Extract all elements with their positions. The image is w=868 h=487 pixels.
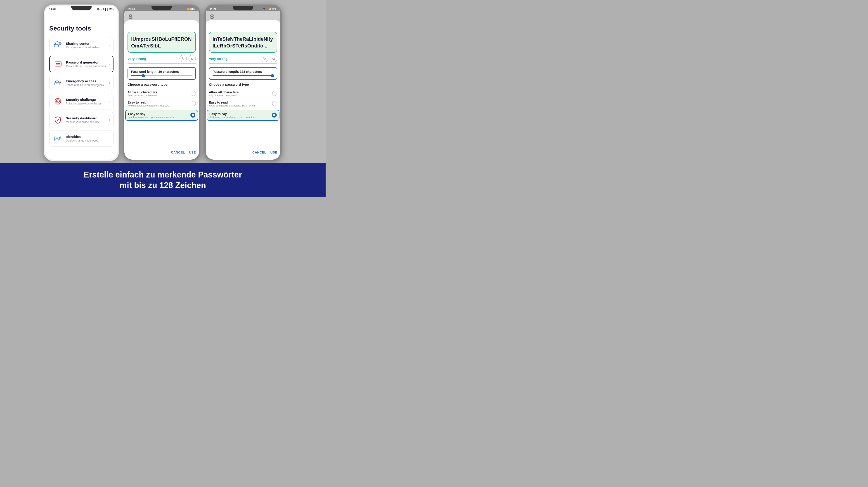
password-generator-title: Password generator (66, 60, 109, 64)
phone-3-slider-thumb[interactable] (271, 74, 274, 77)
phone-1-notch (71, 6, 92, 10)
phone-2-strength-label: Very strong (127, 57, 146, 61)
phone-3-easy-say-radio[interactable] (272, 113, 277, 118)
phone-3-modal-inner: Password length: 128 characters Choose a… (206, 64, 280, 122)
phone-2-slider-thumb[interactable] (142, 74, 145, 77)
phone-2-time: 22:46 (128, 8, 135, 10)
phone-3-easy-read-radio[interactable] (272, 101, 277, 106)
phone-3-allow-all-title: Allow all characters (209, 90, 239, 94)
phone-3-easy-say-sub: Just lowercase and uppercase characters (209, 116, 255, 119)
phone-2-strength-icons: ↻ ⧉ (180, 55, 196, 62)
svg-point-16 (56, 137, 58, 139)
phone-1-content: Security tools Sharing cen (45, 11, 118, 151)
phone-2-password-box: lUmprouSHBoLuFfIERONOmATerSibL (127, 32, 196, 53)
phone-2-easy-read-title: Easy to read (127, 101, 174, 104)
phone-3-allow-all-radio[interactable] (272, 91, 277, 96)
phone-3-copy-icon[interactable]: ⧉ (270, 55, 277, 62)
menu-item-identities[interactable]: Identities Quickly change vault types › (49, 130, 114, 147)
svg-rect-3 (56, 63, 57, 64)
phone-3-password-box: InTeSteNTheRaLlpideNltylLeRbOrSTeRsOndit… (209, 32, 277, 53)
phone-3-status-icons: 🔕 ✦ 📶 69% (262, 8, 276, 10)
phone-2-notch (152, 6, 172, 10)
sharing-center-title: Sharing center (66, 41, 109, 45)
app-title: Security tools (49, 25, 114, 32)
phone-wrapper: 11:20 🔕 ✦ ⊛ ▌▌ 69% Security tools (7, 4, 319, 161)
phone-3-time: 11:21 (210, 8, 216, 10)
svg-rect-7 (57, 64, 59, 65)
phone-3-easy-read-sub: Avoid ambiguous characters, like 0, O, I… (209, 104, 255, 107)
phone-2-cancel-button[interactable]: CANCEL (171, 151, 185, 154)
phone-2-modal-inner: Password length: 30 characters Choose a … (124, 64, 199, 122)
phone-3-strength-label: Very strong (209, 57, 228, 61)
phone-2-strength-row: Very strong ↻ ⧉ (127, 55, 196, 64)
identities-title: Identities (66, 135, 109, 139)
security-dashboard-title: Security dashboard (66, 116, 109, 120)
emergency-access-icon (53, 78, 63, 88)
phone-2-length-box: Password length: 30 characters (127, 67, 196, 80)
svg-rect-5 (59, 63, 60, 64)
phone-2-use-button[interactable]: USE (189, 151, 196, 154)
bottom-banner: Erstelle einfach zu merkende Passwörter … (0, 163, 326, 197)
phone-3-length-label: Password length: 128 characters (213, 70, 274, 73)
phone-3-notch (233, 6, 253, 10)
phone-3-cancel-button[interactable]: CANCEL (252, 151, 266, 154)
phone-2-refresh-icon[interactable]: ↻ (180, 55, 187, 62)
menu-item-security-dashboard[interactable]: Security dashboard Monitor your online s… (49, 112, 114, 128)
security-challenge-arrow: › (109, 99, 110, 103)
menu-item-sharing-center[interactable]: Sharing center Manage your shared folder… (49, 37, 114, 53)
phone-3-allow-all-sub: Any character combination (209, 94, 239, 97)
phone-3-use-button[interactable]: USE (271, 151, 277, 154)
phone-3: 11:21 🔕 ✦ 📶 69% S InTeSteNTheRaLlpideNlt… (206, 6, 280, 160)
phone-3-refresh-icon[interactable]: ↻ (261, 55, 268, 62)
phone-3-choose-type-label: Choose a password type (209, 83, 277, 86)
phone-2-copy-icon[interactable]: ⧉ (189, 55, 196, 62)
svg-rect-0 (54, 44, 58, 47)
svg-point-14 (57, 101, 58, 102)
password-generator-arrow: › (109, 62, 110, 66)
security-challenge-icon (53, 96, 63, 106)
phone-3-header-letter: S (210, 13, 214, 20)
phone-3-option-allow-all[interactable]: Allow all characters Any character combi… (209, 89, 277, 99)
sharing-center-text: Sharing center Manage your shared folder… (66, 41, 109, 49)
security-dashboard-arrow: › (109, 118, 110, 122)
identities-text: Identities Quickly change vault types (66, 135, 109, 142)
phone-2-slider-fill (131, 75, 143, 76)
phone-2-easy-say-title: Easy to say (128, 112, 174, 116)
phone-3-slider-track[interactable] (213, 75, 274, 76)
phone-3-option-easy-read[interactable]: Easy to read Avoid ambiguous characters,… (209, 99, 277, 109)
phone-1-time: 11:20 (49, 8, 56, 10)
security-dashboard-text: Security dashboard Monitor your online s… (66, 116, 109, 124)
security-challenge-subtitle: Put your passwords to the test (66, 102, 109, 105)
password-generator-text: Password generator Create strong, unique… (66, 60, 109, 68)
phone-2-option-allow-all[interactable]: Allow all characters Any character combi… (127, 89, 196, 99)
phone-1: 11:20 🔕 ✦ ⊛ ▌▌ 69% Security tools (45, 6, 118, 160)
security-challenge-text: Security challenge Put your passwords to… (66, 98, 109, 105)
security-dashboard-subtitle: Monitor your online security (66, 121, 109, 124)
phone-2-option-easy-read[interactable]: Easy to read Avoid ambiguous characters,… (127, 99, 196, 109)
phone-3-outer: 11:21 🔕 ✦ 📶 69% S InTeSteNTheRaLlpideNlt… (205, 4, 282, 161)
menu-item-security-challenge[interactable]: Security challenge Put your passwords to… (49, 93, 114, 110)
menu-item-emergency-access[interactable]: Emergency access Peace of mind in an eme… (49, 74, 114, 91)
password-generator-subtitle: Create strong, unique passwords (66, 65, 109, 68)
identities-icon (53, 133, 63, 144)
phone-3-easy-read-title: Easy to read (209, 101, 255, 104)
menu-item-password-generator[interactable]: Password generator Create strong, unique… (49, 56, 114, 72)
phone-2-choose-type-label: Choose a password type (127, 83, 196, 86)
sharing-center-arrow: › (109, 43, 110, 47)
svg-point-11 (57, 83, 57, 84)
phone-1-status-icons: 🔕 ✦ ⊛ ▌▌ 69% (97, 8, 114, 10)
phone-3-option-easy-say[interactable]: Easy to say Just lowercase and uppercase… (207, 110, 279, 121)
emergency-access-subtitle: Peace of mind in an emergency (66, 84, 109, 87)
phone-2-option-easy-say[interactable]: Easy to say Just lowercase and uppercase… (125, 110, 198, 121)
security-challenge-title: Security challenge (66, 98, 109, 101)
phone-2-easy-read-radio[interactable] (191, 101, 196, 106)
phone-2-allow-all-title: Allow all characters (127, 90, 157, 94)
phone-2-easy-say-radio[interactable] (190, 113, 195, 118)
phone-3-modal-actions: CANCEL USE (206, 147, 280, 157)
phone-2-allow-all-radio[interactable] (191, 91, 196, 96)
phone-2-slider-track[interactable] (131, 75, 192, 76)
main-area: 11:20 🔕 ✦ ⊛ ▌▌ 69% Security tools (0, 0, 326, 163)
emergency-access-arrow: › (109, 81, 110, 85)
security-dashboard-icon (53, 115, 63, 125)
phone-2-length-label: Password length: 30 characters (131, 70, 192, 73)
